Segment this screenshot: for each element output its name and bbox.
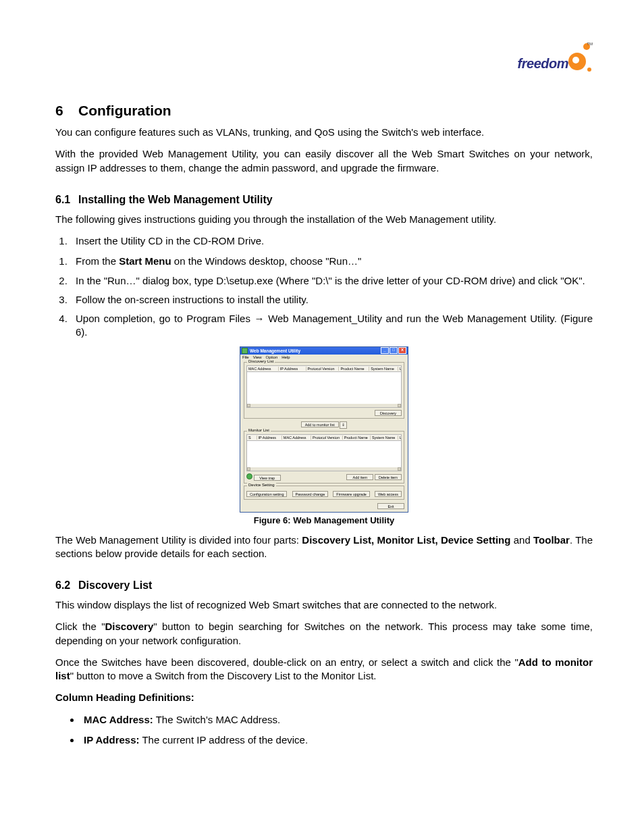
app-screenshot: Web Management Utility _ □ X File View O… (240, 346, 408, 513)
column-def-title: Column Heading Definitions: (55, 691, 593, 704)
column-defs: MAC Address: The Switch's MAC Address. I… (55, 713, 593, 748)
maximize-button[interactable]: □ (390, 347, 398, 354)
install-intro: The following gives instructions guiding… (55, 213, 593, 226)
figure-caption: Figure 6: Web Management Utility (55, 515, 593, 525)
add-item-button[interactable]: Add item (346, 474, 373, 480)
step-1: Insert the Utility CD in the CD-ROM Driv… (70, 234, 593, 248)
divided-paragraph: The Web Management Utility is divided in… (55, 533, 593, 561)
heading-install-utility: 6.1Installing the Web Management Utility (55, 194, 593, 206)
coldef-mac: MAC Address: The Switch's MAC Address. (81, 713, 593, 727)
app-icon (242, 348, 248, 354)
device-setting-label: Device Setting (247, 483, 276, 487)
monitor-list-header: S IP Address MAC Address Protocol Versio… (246, 434, 402, 441)
device-setting-group: Device Setting Configuration setting Pas… (244, 486, 404, 500)
logo-text: freedom (518, 56, 568, 71)
config-setting-button[interactable]: Configuration setting (246, 491, 287, 497)
minimize-button[interactable]: _ (381, 347, 389, 354)
view-trap-button[interactable]: View trap (254, 475, 281, 481)
brand-logo: freedomTM (518, 42, 589, 72)
discovery-button[interactable]: Discovery (375, 410, 402, 416)
logo-mark: TM (568, 42, 589, 72)
password-change-button[interactable]: Password change (292, 491, 329, 497)
status-dot-icon (246, 473, 252, 479)
coldef-ip: IP Address: The current IP address of th… (81, 733, 593, 747)
arrow-down-icon[interactable]: ⇓ (340, 421, 347, 429)
monitor-list-group: Monitor List S IP Address MAC Address Pr… (244, 431, 404, 484)
close-button[interactable]: X (398, 347, 406, 354)
discovery-list-header: MAC Address IP Address Protocol Version … (246, 365, 402, 372)
menu-help[interactable]: Help (281, 355, 290, 359)
disc-p1: This window displays the list of recogni… (55, 598, 593, 612)
window-title: Web Management Utility (250, 348, 300, 353)
heading-discovery-list: 6.2Discovery List (55, 579, 593, 592)
step-1b: From the Start Menu on the Windows deskt… (70, 255, 593, 268)
step-4: Upon completion, go to Program Files → W… (70, 312, 593, 340)
titlebar: Web Management Utility _ □ X (240, 347, 408, 355)
web-access-button[interactable]: Web access (375, 491, 402, 497)
install-steps-cont: From the Start Menu on the Windows deskt… (55, 255, 593, 339)
intro-paragraph-2: With the provided Web Management Utility… (55, 147, 593, 175)
intro-paragraph-1: You can configure features such as VLANs… (55, 126, 593, 139)
step-3: Follow the on-screen instructions to ins… (70, 293, 593, 307)
disc-p2: Click the "Discovery" button to begin se… (55, 620, 593, 648)
discovery-list-group: Discovery List MAC Address IP Address Pr… (244, 362, 404, 419)
install-steps: Insert the Utility CD in the CD-ROM Driv… (55, 234, 593, 248)
monitor-list-body[interactable] (246, 441, 402, 471)
add-to-monitor-button[interactable]: Add to monitor list (301, 421, 339, 427)
discovery-list-label: Discovery List (247, 359, 275, 363)
step-2: In the "Run…" dialog box, type D:\setup.… (70, 274, 593, 288)
monitor-list-label: Monitor List (247, 428, 271, 432)
firmware-upgrade-button[interactable]: Firmware upgrade (333, 491, 370, 497)
delete-item-button[interactable]: Delete item (375, 474, 402, 480)
exit-button[interactable]: Exit (377, 503, 404, 509)
discovery-list-body[interactable] (246, 372, 402, 408)
heading-configuration: 6Configuration (55, 103, 593, 119)
disc-p3: Once the Switches have been discovered, … (55, 656, 593, 683)
